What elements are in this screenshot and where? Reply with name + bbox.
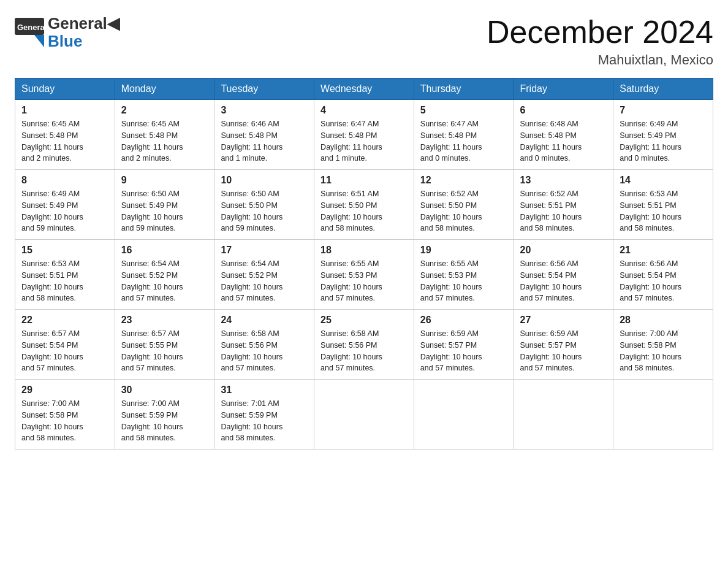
day-info: Sunrise: 6:53 AMSunset: 5:51 PMDaylight:…: [21, 258, 108, 304]
day-number: 13: [520, 175, 607, 186]
calendar-week-row: 1Sunrise: 6:45 AMSunset: 5:48 PMDaylight…: [15, 100, 713, 170]
day-number: 30: [121, 385, 208, 396]
calendar-day-cell: 16Sunrise: 6:54 AMSunset: 5:52 PMDayligh…: [115, 240, 214, 310]
calendar-day-cell: 27Sunrise: 6:59 AMSunset: 5:57 PMDayligh…: [514, 310, 613, 380]
day-number: 11: [320, 175, 408, 186]
header-monday: Monday: [115, 79, 214, 100]
day-number: 23: [121, 315, 208, 326]
calendar-day-cell: 11Sunrise: 6:51 AMSunset: 5:50 PMDayligh…: [314, 170, 414, 240]
calendar-day-cell: 21Sunrise: 6:56 AMSunset: 5:54 PMDayligh…: [613, 240, 713, 310]
day-info: Sunrise: 6:46 AMSunset: 5:48 PMDaylight:…: [221, 118, 308, 164]
header-wednesday: Wednesday: [314, 79, 414, 100]
day-number: 7: [620, 105, 707, 116]
svg-marker-1: [34, 35, 44, 47]
calendar-day-cell: 18Sunrise: 6:55 AMSunset: 5:53 PMDayligh…: [314, 240, 414, 310]
day-info: Sunrise: 6:45 AMSunset: 5:48 PMDaylight:…: [121, 118, 208, 164]
day-number: 17: [221, 245, 308, 256]
day-number: 1: [21, 105, 108, 116]
header-saturday: Saturday: [613, 79, 713, 100]
calendar-day-cell: 26Sunrise: 6:59 AMSunset: 5:57 PMDayligh…: [414, 310, 514, 380]
calendar-day-cell: [514, 380, 613, 450]
logo: General General◀ Blue: [15, 15, 119, 50]
day-number: 31: [221, 385, 308, 396]
day-info: Sunrise: 6:49 AMSunset: 5:49 PMDaylight:…: [21, 188, 108, 234]
calendar-day-cell: 5Sunrise: 6:47 AMSunset: 5:48 PMDaylight…: [414, 100, 514, 170]
calendar-day-cell: [613, 380, 713, 450]
calendar-day-cell: 22Sunrise: 6:57 AMSunset: 5:54 PMDayligh…: [15, 310, 115, 380]
calendar-day-cell: 30Sunrise: 7:00 AMSunset: 5:59 PMDayligh…: [115, 380, 214, 450]
calendar-week-row: 22Sunrise: 6:57 AMSunset: 5:54 PMDayligh…: [15, 310, 713, 380]
day-info: Sunrise: 7:00 AMSunset: 5:58 PMDaylight:…: [620, 328, 707, 374]
day-info: Sunrise: 6:47 AMSunset: 5:48 PMDaylight:…: [320, 118, 408, 164]
day-info: Sunrise: 6:48 AMSunset: 5:48 PMDaylight:…: [520, 118, 607, 164]
calendar-day-cell: 4Sunrise: 6:47 AMSunset: 5:48 PMDaylight…: [314, 100, 414, 170]
day-info: Sunrise: 6:57 AMSunset: 5:54 PMDaylight:…: [21, 328, 108, 374]
calendar-day-cell: 2Sunrise: 6:45 AMSunset: 5:48 PMDaylight…: [115, 100, 214, 170]
calendar-day-cell: 20Sunrise: 6:56 AMSunset: 5:54 PMDayligh…: [514, 240, 613, 310]
day-number: 2: [121, 105, 208, 116]
day-info: Sunrise: 6:47 AMSunset: 5:48 PMDaylight:…: [420, 118, 507, 164]
calendar-day-cell: 8Sunrise: 6:49 AMSunset: 5:49 PMDaylight…: [15, 170, 115, 240]
day-number: 14: [620, 175, 707, 186]
day-number: 21: [620, 245, 707, 256]
logo-icon: General: [15, 18, 44, 47]
day-info: Sunrise: 6:50 AMSunset: 5:50 PMDaylight:…: [221, 188, 308, 234]
calendar-day-cell: 6Sunrise: 6:48 AMSunset: 5:48 PMDaylight…: [514, 100, 613, 170]
day-info: Sunrise: 6:59 AMSunset: 5:57 PMDaylight:…: [420, 328, 507, 374]
calendar-day-cell: 10Sunrise: 6:50 AMSunset: 5:50 PMDayligh…: [214, 170, 314, 240]
weekday-header-row: Sunday Monday Tuesday Wednesday Thursday…: [15, 79, 713, 100]
header-thursday: Thursday: [414, 79, 514, 100]
day-number: 20: [520, 245, 607, 256]
day-info: Sunrise: 6:55 AMSunset: 5:53 PMDaylight:…: [320, 258, 408, 304]
day-info: Sunrise: 6:45 AMSunset: 5:48 PMDaylight:…: [21, 118, 108, 164]
page-header: General General◀ Blue December 2024 Mahu…: [15, 15, 713, 68]
day-number: 6: [520, 105, 607, 116]
calendar-week-row: 8Sunrise: 6:49 AMSunset: 5:49 PMDaylight…: [15, 170, 713, 240]
day-number: 9: [121, 175, 208, 186]
day-info: Sunrise: 7:00 AMSunset: 5:59 PMDaylight:…: [121, 398, 208, 444]
day-info: Sunrise: 6:54 AMSunset: 5:52 PMDaylight:…: [221, 258, 308, 304]
day-number: 24: [221, 315, 308, 326]
calendar-day-cell: 25Sunrise: 6:58 AMSunset: 5:56 PMDayligh…: [314, 310, 414, 380]
logo-general-text: General: [48, 14, 107, 33]
calendar-day-cell: 3Sunrise: 6:46 AMSunset: 5:48 PMDaylight…: [214, 100, 314, 170]
day-number: 28: [620, 315, 707, 326]
calendar-day-cell: 14Sunrise: 6:53 AMSunset: 5:51 PMDayligh…: [613, 170, 713, 240]
day-number: 3: [221, 105, 308, 116]
day-number: 25: [320, 315, 408, 326]
calendar-day-cell: 13Sunrise: 6:52 AMSunset: 5:51 PMDayligh…: [514, 170, 613, 240]
day-number: 26: [420, 315, 507, 326]
day-number: 8: [21, 175, 108, 186]
calendar-week-row: 29Sunrise: 7:00 AMSunset: 5:58 PMDayligh…: [15, 380, 713, 450]
calendar-day-cell: 7Sunrise: 6:49 AMSunset: 5:49 PMDaylight…: [613, 100, 713, 170]
day-info: Sunrise: 6:51 AMSunset: 5:50 PMDaylight:…: [320, 188, 408, 234]
day-number: 16: [121, 245, 208, 256]
day-number: 12: [420, 175, 507, 186]
day-info: Sunrise: 6:49 AMSunset: 5:49 PMDaylight:…: [620, 118, 707, 164]
day-number: 4: [320, 105, 408, 116]
calendar-title-area: December 2024 Mahuixtlan, Mexico: [487, 15, 713, 68]
day-info: Sunrise: 6:57 AMSunset: 5:55 PMDaylight:…: [121, 328, 208, 374]
day-info: Sunrise: 6:52 AMSunset: 5:50 PMDaylight:…: [420, 188, 507, 234]
calendar-week-row: 15Sunrise: 6:53 AMSunset: 5:51 PMDayligh…: [15, 240, 713, 310]
day-number: 18: [320, 245, 408, 256]
day-info: Sunrise: 6:58 AMSunset: 5:56 PMDaylight:…: [320, 328, 408, 374]
calendar-day-cell: 15Sunrise: 6:53 AMSunset: 5:51 PMDayligh…: [15, 240, 115, 310]
logo-blue-text: Blue: [48, 32, 82, 50]
day-info: Sunrise: 7:01 AMSunset: 5:59 PMDaylight:…: [221, 398, 308, 444]
calendar-day-cell: [314, 380, 414, 450]
header-friday: Friday: [514, 79, 613, 100]
calendar-day-cell: 28Sunrise: 7:00 AMSunset: 5:58 PMDayligh…: [613, 310, 713, 380]
day-info: Sunrise: 6:53 AMSunset: 5:51 PMDaylight:…: [620, 188, 707, 234]
day-info: Sunrise: 6:54 AMSunset: 5:52 PMDaylight:…: [121, 258, 208, 304]
day-info: Sunrise: 6:52 AMSunset: 5:51 PMDaylight:…: [520, 188, 607, 234]
day-info: Sunrise: 7:00 AMSunset: 5:58 PMDaylight:…: [21, 398, 108, 444]
day-number: 29: [21, 385, 108, 396]
day-number: 5: [420, 105, 507, 116]
day-info: Sunrise: 6:56 AMSunset: 5:54 PMDaylight:…: [620, 258, 707, 304]
calendar-day-cell: 24Sunrise: 6:58 AMSunset: 5:56 PMDayligh…: [214, 310, 314, 380]
calendar-day-cell: 19Sunrise: 6:55 AMSunset: 5:53 PMDayligh…: [414, 240, 514, 310]
calendar-day-cell: 23Sunrise: 6:57 AMSunset: 5:55 PMDayligh…: [115, 310, 214, 380]
day-number: 27: [520, 315, 607, 326]
day-info: Sunrise: 6:56 AMSunset: 5:54 PMDaylight:…: [520, 258, 607, 304]
